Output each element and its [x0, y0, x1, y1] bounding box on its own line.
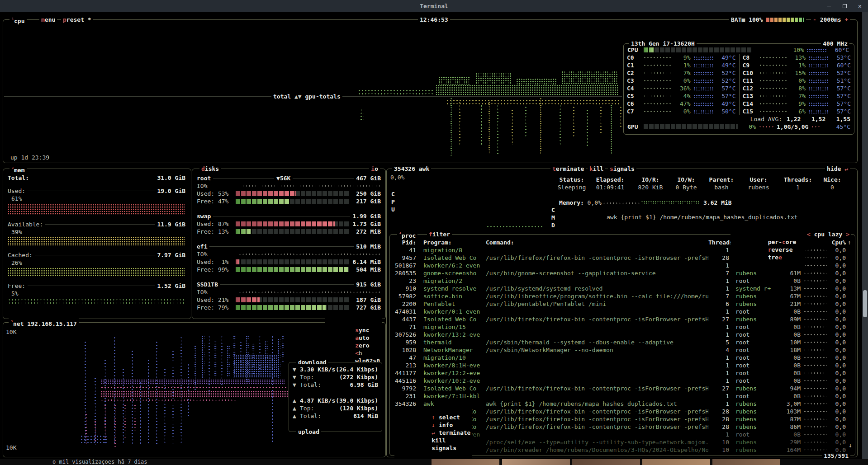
sync-toggle[interactable]: sync: [355, 327, 369, 333]
window-titlebar[interactable]: Terminal ─ ✕: [0, 0, 868, 12]
process-threads: 1: [708, 354, 729, 362]
disk-used-label: Used: 53%: [197, 190, 236, 197]
process-command: /usr/sbin/thermald --systemd --dbus-enab…: [486, 338, 708, 346]
memory-entry-line: Cached:7.97 GiB: [8, 251, 185, 259]
selected-process-title: 354326 awk: [392, 165, 431, 173]
graph-texture: [100, 386, 287, 390]
process-pid: 441177: [394, 369, 416, 377]
process-row[interactable]: 71migration/151root0B0,0: [390, 323, 855, 331]
clock: 12:46:53: [418, 16, 450, 23]
iface-prev-button[interactable]: <b: [355, 350, 362, 357]
disk-used-label: Used: 1%: [197, 258, 236, 266]
process-mem-dots: [803, 256, 827, 259]
process-command: /usr/lib/libreoffice/program/soffice.bin…: [486, 292, 708, 300]
core-temp-dots: [808, 71, 829, 75]
core-usage-dots: [643, 110, 673, 113]
process-row[interactable]: 2200PenTablet/usr/lib/pentablet/PenTable…: [390, 300, 855, 308]
sort-prev-icon[interactable]: <: [807, 231, 811, 238]
menu-button[interactable]: menu: [39, 16, 57, 23]
terminal-scrollbar[interactable]: [862, 12, 868, 459]
process-cpu: 0,0: [830, 269, 846, 277]
terminate-button[interactable]: terminate: [550, 165, 586, 173]
upload-stat-arrow-icon: ▲: [293, 397, 300, 404]
scrollbar-thumb[interactable]: [863, 290, 867, 317]
process-command: /usr/lib/firefox/firefox-bin -contentpro…: [486, 408, 708, 415]
footer-signals-button[interactable]: signals: [432, 445, 456, 451]
process-row[interactable]: 307526kworker/13:2-eve1root0B0,0: [390, 331, 855, 338]
process-threads: 1: [708, 262, 729, 269]
process-row[interactable]: 959thermald/usr/sbin/thermald --systemd …: [390, 338, 855, 346]
hide-button[interactable]: hide ↵: [825, 165, 850, 173]
process-mem: 0B: [777, 331, 801, 338]
process-row[interactable]: 47migration/101root0B0,0: [390, 354, 855, 362]
process-row[interactable]: 23migration/21root0B0,0: [390, 277, 855, 285]
process-row[interactable]: 1028NetworkManager/usr/sbin/NetworkManag…: [390, 346, 855, 354]
process-mem-dots: [803, 302, 827, 305]
process-row[interactable]: 441177kworker/12:2-eve1root0B0,0: [390, 369, 855, 377]
select-button[interactable]: select: [439, 414, 460, 421]
process-row[interactable]: 474031kworker/0:1-even1root0B0,0: [390, 308, 855, 315]
process-user: rubens: [735, 385, 777, 392]
disk-size: 915 GiB: [356, 281, 381, 288]
filter-button[interactable]: filter: [427, 230, 452, 238]
sort-next-icon[interactable]: >: [846, 231, 849, 238]
process-cpu: 0,0: [830, 392, 846, 400]
column-cpu[interactable]: Cpu%: [830, 239, 846, 246]
interval-plus-button[interactable]: +: [844, 16, 848, 23]
core-temp-dots: [808, 102, 829, 106]
zero-toggle[interactable]: zero: [355, 342, 369, 349]
restore-icon[interactable]: [841, 2, 848, 10]
info-button[interactable]: info: [439, 422, 453, 428]
download-stat-label: Total:: [300, 381, 321, 389]
scroll-down-icon[interactable]: ↓: [849, 442, 852, 449]
disk-name: root: [197, 174, 211, 182]
upload-stat-value: (120 Kibps): [339, 404, 378, 412]
cpu-total-temp-dots: [806, 48, 827, 52]
column-threads[interactable]: Threads:: [708, 239, 729, 246]
disk-io-line: IO%: [197, 250, 381, 258]
memory-dots-gray: [599, 202, 640, 205]
cpu-graph-mode-label[interactable]: total ▲▼ gpu-totals: [271, 93, 342, 100]
preset-button[interactable]: preset *: [61, 16, 93, 23]
kill-button[interactable]: kill: [588, 165, 605, 173]
process-row[interactable]: 4437Isolated Web Co/usr/lib/firefox/fire…: [390, 315, 855, 323]
process-user: rubens: [735, 408, 777, 415]
core-list-left: C09%49°CC11%49°CC27%52°CC30%52°CC436%57°…: [624, 54, 739, 115]
process-row[interactable]: 231kworker/7:1H-kbl1root0B0,0: [390, 392, 855, 400]
graph-texture: [540, 98, 542, 154]
process-field-label: Nice:: [819, 176, 845, 183]
column-command[interactable]: Command:: [486, 239, 708, 246]
graph-texture: [123, 404, 127, 440]
column-pid[interactable]: Pid:: [394, 239, 416, 246]
close-icon[interactable]: ✕: [856, 2, 863, 10]
core-name: C6: [627, 100, 643, 108]
disk-io-line: IO%: [197, 288, 381, 296]
process-row[interactable]: 9792Isolated Web Co/usr/lib/firefox/fire…: [390, 385, 855, 392]
footer-terminate-button[interactable]: terminate: [439, 429, 470, 436]
process-row[interactable]: 213kworker/8:1H-eve1root0B0,0: [390, 362, 855, 369]
per-core-toggle[interactable]: per-core: [768, 239, 797, 245]
core-temp: 52°C: [832, 69, 851, 77]
core-usage-dots: [643, 87, 673, 90]
process-threads: 10: [708, 438, 729, 446]
auto-toggle[interactable]: auto: [355, 334, 369, 341]
reverse-toggle[interactable]: reverse: [768, 246, 793, 253]
process-row[interactable]: 280535gnome-screensho/usr/bin/gnome-scre…: [390, 269, 855, 277]
process-row[interactable]: 445116kworker/10:2-eve1root0B0,0: [390, 377, 855, 385]
process-row[interactable]: 910systemd-resolve/usr/lib/systemd/syste…: [390, 285, 855, 292]
column-program[interactable]: Program:: [423, 239, 486, 246]
footer-kill-button[interactable]: kill: [432, 437, 446, 444]
process-mem: 0B: [777, 362, 801, 369]
core-temp: 49°C: [717, 100, 736, 108]
background-photo-thumbnail: [502, 459, 570, 465]
minimize-icon[interactable]: ─: [825, 2, 833, 10]
disk-used-line: Used: 21%187 GiB: [197, 296, 381, 304]
io-mode-toggle[interactable]: io: [369, 165, 380, 173]
process-user: rubens: [735, 292, 777, 300]
tree-toggle[interactable]: tree: [768, 254, 782, 261]
signals-button[interactable]: signals: [608, 165, 636, 173]
window-buttons: ─ ✕: [825, 0, 863, 12]
process-row[interactable]: 57982soffice.bin/usr/lib/libreoffice/pro…: [390, 292, 855, 300]
process-pid: 9457: [394, 254, 416, 262]
interval-minus-button[interactable]: -: [813, 16, 816, 23]
